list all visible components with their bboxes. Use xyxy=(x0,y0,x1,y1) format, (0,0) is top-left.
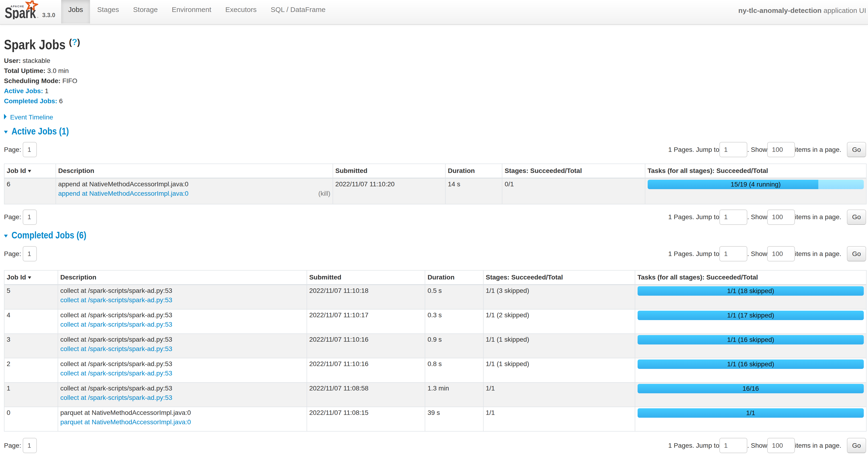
svg-text:™: ™ xyxy=(37,17,38,19)
svg-text:Spark: Spark xyxy=(5,5,36,19)
